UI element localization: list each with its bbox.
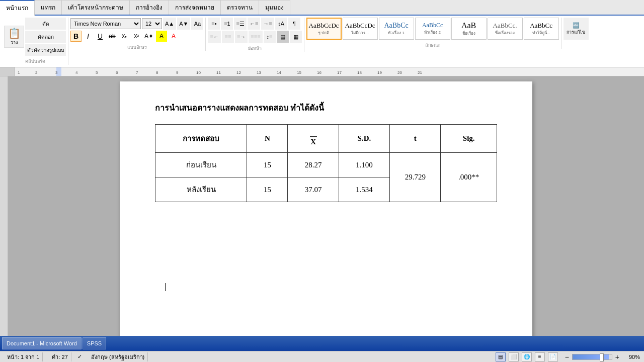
cell-test-2: หลังเรียน <box>155 177 247 202</box>
ruler-marks: 1 2 3 4 5 6 7 8 9 10 11 12 13 14 15 16 1… <box>15 67 644 76</box>
font-label: แบบอักษร <box>70 43 203 51</box>
zoom-slider[interactable] <box>572 354 612 360</box>
cut-button[interactable]: ตัด <box>25 18 66 30</box>
font-group: Times New Roman 12 A▲ A▼ Aa B I U ab X₂ … <box>68 18 206 51</box>
style-title[interactable]: AaB ชื่อเรื่อง <box>451 18 487 40</box>
left-ruler <box>0 76 8 346</box>
style-h1-preview: AaBbCc <box>384 22 408 30</box>
zoom-minus-button[interactable]: − <box>565 353 569 361</box>
align-center-button[interactable]: ≡≡ <box>222 31 234 43</box>
tab-view[interactable]: มุมมอง <box>259 0 290 15</box>
style-emph-preview: AaBbCc <box>530 22 552 30</box>
table-row: ก่อนเรียน 15 28.27 1.100 29.729 .000** <box>155 153 497 177</box>
clear-format-button[interactable]: Aa <box>191 18 203 30</box>
style-subtitle[interactable]: AaBbCc. ชื่อเรื่องรอง <box>488 18 523 40</box>
tab-references[interactable]: การอ้างอิง <box>130 0 169 15</box>
change-label: การแก้ไข <box>567 29 585 36</box>
ribbon-content: 📋วาง ตัด คัดลอก ตัวคัดวางรูปแบบ คลิปบอร์… <box>0 16 644 67</box>
line-spacing-button[interactable]: ↕≡ <box>264 31 276 43</box>
page-info: หน้า: 1 จาก 1 <box>4 352 43 361</box>
view-draft-button[interactable]: 📄 <box>548 352 558 361</box>
style-normal-preview: AaBbCcDc <box>309 22 339 30</box>
x-letter: X <box>310 138 316 146</box>
style-h2-preview: AaBbCc <box>422 22 443 29</box>
highlight-button[interactable]: A <box>156 31 167 42</box>
change-group: 🔤การแก้ไข <box>561 18 591 42</box>
style-subtitle-preview: AaBbCc. <box>493 22 517 30</box>
underline-button[interactable]: U <box>95 31 106 42</box>
align-left-button[interactable]: ≡← <box>208 31 220 43</box>
paragraph-label: ย่อหน้า <box>208 44 301 52</box>
zoom-plus-button[interactable]: + <box>615 353 619 361</box>
document-area[interactable]: การนำเสนอตารางแสดงผลการทดสอบ ทำได้ดังนี้… <box>8 76 644 346</box>
style-title-label: ชื่อเรื่อง <box>462 30 475 37</box>
show-marks-button[interactable]: ¶ <box>288 18 300 30</box>
font-color-button[interactable]: A <box>168 31 179 42</box>
multilevel-button[interactable]: ≡☰ <box>234 18 246 30</box>
view-outline-button[interactable]: ≡ <box>535 352 545 361</box>
superscript-button[interactable]: X² <box>131 31 142 42</box>
tab-insert[interactable]: แทรก <box>35 0 62 15</box>
bullets-button[interactable]: ≡• <box>208 18 220 30</box>
paragraph-group: ≡• ≡1 ≡☰ ←≡ →≡ ↕A ¶ ≡← ≡≡ ≡→ ≡≡≡ ↕≡ ▤ ▦ … <box>206 18 304 52</box>
copy-button[interactable]: คัดลอก <box>25 31 66 43</box>
document-page[interactable]: การนำเสนอตารางแสดงผลการทดสอบ ทำได้ดังนี้… <box>120 81 532 343</box>
align-right-button[interactable]: ≡→ <box>235 31 248 43</box>
paste-button[interactable]: 📋วาง <box>4 26 24 48</box>
tab-layout[interactable]: เค้าโครงหน้ากระดาษ <box>62 0 130 15</box>
borders-button[interactable]: ▦ <box>290 31 302 43</box>
styles-label: ลักษณะ <box>306 41 559 49</box>
cell-test-1: ก่อนเรียน <box>155 153 247 177</box>
style-emph-label: ทำให้ดูนิ่... <box>532 30 550 36</box>
font-name-select[interactable]: Times New Roman <box>70 18 141 29</box>
change-button[interactable]: 🔤การแก้ไข <box>564 18 589 40</box>
content-area: การนำเสนอตารางแสดงผลการทดสอบ ทำได้ดังนี้… <box>0 76 644 346</box>
font-size-select[interactable]: 12 <box>142 18 162 29</box>
shading-button[interactable]: ▤ <box>277 31 289 43</box>
decrease-indent-button[interactable]: ←≡ <box>248 18 260 30</box>
numbering-button[interactable]: ≡1 <box>221 18 233 30</box>
clipboard-label: คลิปบอร์ด <box>4 57 66 65</box>
change-group-label <box>564 41 589 42</box>
view-fullpage-button[interactable]: ⬜ <box>509 352 519 361</box>
subscript-button[interactable]: X₂ <box>119 31 130 42</box>
style-title-preview: AaB <box>461 21 476 30</box>
taskbar-word[interactable]: Document1 - Microsoft Word <box>2 337 82 349</box>
ribbon-tabs: หน้าแรก แทรก เค้าโครงหน้ากระดาษ การอ้างอ… <box>0 0 644 16</box>
tab-mailings[interactable]: การส่งจดหมาย <box>169 0 221 15</box>
cell-x-1: 28.27 <box>288 153 339 177</box>
zoom-handle[interactable] <box>600 353 604 361</box>
header-t: t <box>390 125 441 153</box>
strikethrough-button[interactable]: ab <box>107 31 118 42</box>
style-heading2[interactable]: AaBbCc หัวเรื่อง 2 <box>415 18 450 40</box>
style-emphasis[interactable]: AaBbCc ทำให้ดูนิ่... <box>524 18 559 40</box>
x-bar-wrapper: X <box>310 136 317 146</box>
grow-font-button[interactable]: A▲ <box>163 18 176 30</box>
text-cursor <box>165 283 166 291</box>
header-sd: S.D. <box>339 125 389 153</box>
view-web-button[interactable]: 🌐 <box>522 352 532 361</box>
word-count: คำ: 27 <box>49 352 71 361</box>
style-heading1[interactable]: AaBbCc หัวเรื่อง 1 <box>379 18 414 40</box>
justify-button[interactable]: ≡≡≡ <box>249 31 262 43</box>
shrink-font-button[interactable]: A▼ <box>177 18 190 30</box>
style-h2-label: หัวเรื่อง 2 <box>424 29 441 36</box>
increase-indent-button[interactable]: →≡ <box>261 18 274 30</box>
tab-review[interactable]: ตรวจทาน <box>221 0 259 15</box>
ruler: 1 2 3 4 5 6 7 8 9 10 11 12 13 14 15 16 1… <box>0 67 644 76</box>
paste-label: วาง <box>11 39 18 46</box>
cell-x-2: 37.07 <box>288 177 339 202</box>
sort-button[interactable]: ↕A <box>275 18 287 30</box>
style-subtitle-label: ชื่อเรื่องรอง <box>495 30 515 36</box>
tab-home[interactable]: หน้าแรก <box>0 0 35 16</box>
taskbar-spss[interactable]: SPSS <box>83 337 106 349</box>
view-normal-button[interactable]: ▤ <box>496 352 506 361</box>
text-effect-button[interactable]: A✦ <box>143 31 155 42</box>
style-normal[interactable]: AaBbCcDc ¶ ปกติ <box>306 18 342 40</box>
bold-button[interactable]: B <box>70 31 82 42</box>
header-n: N <box>247 125 288 153</box>
italic-button[interactable]: I <box>83 31 94 42</box>
style-no-spacing[interactable]: AaBbCcDc ไม่มีการ... <box>343 18 378 40</box>
format-painter-button[interactable]: ตัวคัดวางรูปแบบ <box>25 44 66 56</box>
status-right: ▤ ⬜ 🌐 ≡ 📄 − + 90% <box>496 352 640 361</box>
